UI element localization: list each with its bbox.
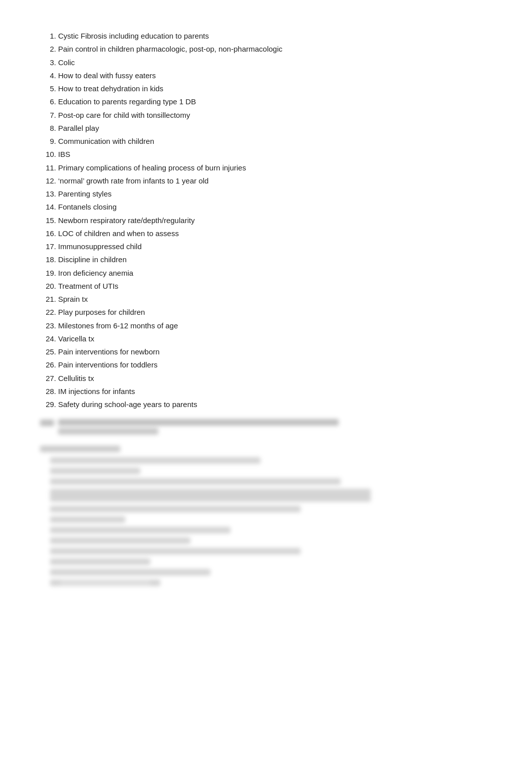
item-text: LOC of children and when to assess (58, 228, 179, 239)
list-item: 3.Colic (40, 57, 492, 68)
item-text: Pain interventions for toddlers (58, 359, 157, 370)
list-item: 25.Pain interventions for newborn (40, 346, 492, 357)
item-text: Varicella tx (58, 333, 94, 344)
item-text: Play purposes for children (58, 306, 145, 318)
item-text: How to deal with fussy eaters (58, 70, 156, 81)
item-text: Newborn respiratory rate/depth/regularit… (58, 215, 195, 226)
list-item: 29.Safety during school-age years to par… (40, 399, 492, 410)
list-item: 14.Fontanels closing (40, 201, 492, 213)
item-text: Pain interventions for newborn (58, 346, 160, 357)
item-number: 2. (40, 43, 56, 55)
list-item: 13.Parenting styles (40, 188, 492, 200)
item-text: IBS (58, 148, 70, 160)
item-number: 21. (40, 293, 56, 305)
list-item: 26.Pain interventions for toddlers (40, 359, 492, 370)
item-number: 10. (40, 148, 56, 160)
item-number: 19. (40, 267, 56, 279)
list-item: 4.How to deal with fussy eaters (40, 70, 492, 81)
item-text: Immunosuppressed child (58, 241, 142, 252)
main-list: 1.Cystic Fibrosis including education to… (40, 30, 492, 410)
item-text: Safety during school-age years to parent… (58, 399, 197, 410)
list-item: 11.Primary complications of healing proc… (40, 162, 492, 173)
blurred-section-bottom (40, 446, 492, 586)
item-text: Post-op care for child with tonsillectom… (58, 109, 190, 121)
item-number: 12. (40, 175, 56, 186)
item-text: Fontanels closing (58, 201, 117, 213)
item-text: Education to parents regarding type 1 DB (58, 96, 196, 107)
item-number: 25. (40, 346, 56, 357)
item-number: 9. (40, 135, 56, 147)
item-number: 28. (40, 385, 56, 397)
item-text: IM injections for infants (58, 385, 135, 397)
item-text: Primary complications of healing process… (58, 162, 246, 173)
item-number: 8. (40, 122, 56, 134)
list-item: 19.Iron deficiency anemia (40, 267, 492, 279)
list-item: 17.Immunosuppressed child (40, 241, 492, 252)
item-text: Treatment of UTIs (58, 280, 118, 292)
list-item: 10.IBS (40, 148, 492, 160)
item-text: Milestones from 6-12 months of age (58, 320, 178, 331)
item-text: ‘normal’ growth rate from infants to 1 y… (58, 175, 208, 186)
list-item: 5.How to treat dehydration in kids (40, 83, 492, 94)
list-item: 15.Newborn respiratory rate/depth/regula… (40, 215, 492, 226)
item-text: Parallel play (58, 122, 99, 134)
list-item: 16.LOC of children and when to assess (40, 228, 492, 239)
list-item: 28.IM injections for infants (40, 385, 492, 397)
list-item: 6.Education to parents regarding type 1 … (40, 96, 492, 107)
item-text: Sprain tx (58, 293, 88, 305)
list-item: 1.Cystic Fibrosis including education to… (40, 30, 492, 42)
list-item: 18.Discipline in children (40, 254, 492, 265)
item-number: 24. (40, 333, 56, 344)
item-text: Pain control in children pharmacologic, … (58, 43, 283, 55)
item-text: How to treat dehydration in kids (58, 83, 163, 94)
list-item: 22.Play purposes for children (40, 306, 492, 318)
item-number: 20. (40, 280, 56, 292)
list-item: 27.Cellulitis tx (40, 372, 492, 384)
list-item: 20.Treatment of UTIs (40, 280, 492, 292)
list-item: 12.‘normal’ growth rate from infants to … (40, 175, 492, 186)
list-item: 7.Post-op care for child with tonsillect… (40, 109, 492, 121)
item-number: 13. (40, 188, 56, 200)
item-number: 27. (40, 372, 56, 384)
list-item: 2.Pain control in children pharmacologic… (40, 43, 492, 55)
item-number: 17. (40, 241, 56, 252)
item-text: Communication with children (58, 135, 154, 147)
list-item: 24.Varicella tx (40, 333, 492, 344)
list-item: 8.Parallel play (40, 122, 492, 134)
item-number: 4. (40, 70, 56, 81)
item-number: 23. (40, 320, 56, 331)
blurred-item-30 (40, 419, 492, 435)
list-item: 9.Communication with children (40, 135, 492, 147)
item-number: 18. (40, 254, 56, 265)
item-number: 15. (40, 215, 56, 226)
item-number: 22. (40, 306, 56, 318)
item-text: Colic (58, 57, 75, 68)
item-number: 5. (40, 83, 56, 94)
item-number: 1. (40, 30, 56, 42)
item-number: 7. (40, 109, 56, 121)
item-number: 29. (40, 399, 56, 410)
item-number: 16. (40, 228, 56, 239)
item-number: 3. (40, 57, 56, 68)
item-number: 26. (40, 359, 56, 370)
list-item: 21.Sprain tx (40, 293, 492, 305)
item-text: Cystic Fibrosis including education to p… (58, 30, 209, 42)
item-number: 11. (40, 162, 56, 173)
item-number: 6. (40, 96, 56, 107)
item-text: Discipline in children (58, 254, 127, 265)
item-text: Iron deficiency anemia (58, 267, 133, 279)
list-item: 23.Milestones from 6-12 months of age (40, 320, 492, 331)
item-text: Cellulitis tx (58, 372, 94, 384)
item-number: 14. (40, 201, 56, 213)
item-text: Parenting styles (58, 188, 112, 200)
